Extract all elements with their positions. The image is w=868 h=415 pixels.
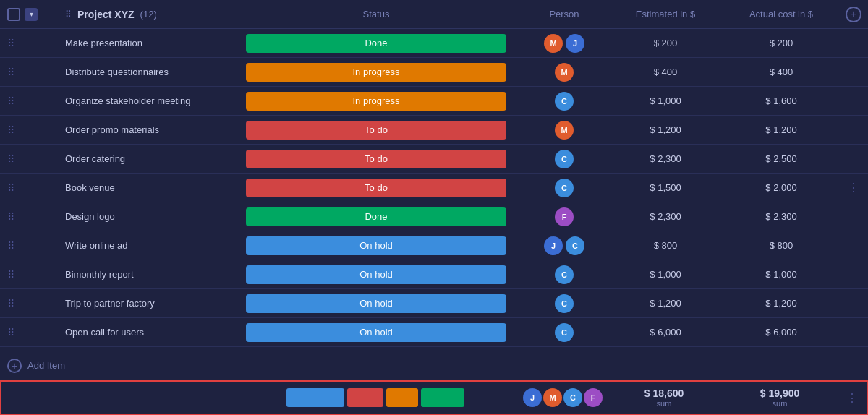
row-drag-icon[interactable]: ⠿ <box>7 95 14 107</box>
avatar[interactable]: M <box>544 34 563 53</box>
row-drag-icon[interactable]: ⠿ <box>7 298 14 309</box>
table-row: ⠿Write online adOn holdJC$ 800$ 800 <box>0 231 868 260</box>
summary-actions[interactable]: ⋮ <box>838 391 867 405</box>
table-row: ⠿Order promo materialsTo doM$ 1,200$ 1,2… <box>0 116 868 145</box>
summary-avatar: C <box>563 388 582 407</box>
collapse-button[interactable]: ▾ <box>25 8 38 21</box>
row-status: On hold <box>231 323 521 342</box>
table-row: ⠿Organize stakeholder meetingIn progress… <box>0 87 868 116</box>
row-status: In progress <box>231 92 521 111</box>
drag-icon: ⠿ <box>65 9 72 20</box>
avatar[interactable]: C <box>555 294 574 313</box>
status-badge[interactable]: On hold <box>246 265 506 284</box>
table-row: ⠿Distribute questionnairesIn progressM$ … <box>0 58 868 87</box>
row-status: On hold <box>231 294 521 313</box>
status-badge[interactable]: In progress <box>246 63 506 82</box>
status-badge[interactable]: Done <box>246 34 506 53</box>
row-three-dots-icon[interactable]: ⋮ <box>848 181 859 194</box>
row-drag-icon[interactable]: ⠿ <box>7 240 14 252</box>
row-drag-icon[interactable]: ⠿ <box>7 67 14 78</box>
row-drag-icon[interactable]: ⠿ <box>7 38 14 49</box>
summary-avatar: M <box>543 388 562 407</box>
row-status: To do <box>231 121 521 140</box>
row-estimated: $ 1,200 <box>608 298 723 309</box>
summary-three-dots-icon[interactable]: ⋮ <box>846 391 858 405</box>
row-status: Done <box>231 208 521 226</box>
avatar[interactable]: M <box>555 63 574 82</box>
row-estimated: $ 200 <box>608 38 723 48</box>
row-actual: $ 1,200 <box>723 124 839 135</box>
summary-estimated: $ 18,600 sum <box>606 388 722 408</box>
row-drag-icon[interactable]: ⠿ <box>7 269 14 281</box>
row-actual: $ 1,200 <box>723 298 839 309</box>
row-status: Done <box>231 34 521 53</box>
summary-row: JMCF $ 18,600 sum $ 19,900 sum ⋮ <box>0 380 868 415</box>
summary-persons: JMCF <box>519 388 606 407</box>
summary-avatar: J <box>523 388 542 407</box>
add-column-button[interactable]: + <box>846 7 861 22</box>
row-estimated: $ 1,000 <box>608 95 723 106</box>
status-badge[interactable]: In progress <box>246 92 506 111</box>
row-name: Organize stakeholder meeting <box>65 95 231 106</box>
project-title: Project XYZ <box>77 9 135 20</box>
avatar[interactable]: C <box>555 265 574 284</box>
header-status: Status <box>231 9 521 20</box>
row-estimated: $ 2,300 <box>608 153 723 164</box>
row-person: M <box>521 121 608 140</box>
row-status: On hold <box>231 236 521 255</box>
row-drag-area: ⠿ <box>0 95 65 107</box>
summary-bar <box>347 388 383 407</box>
row-drag-area: ⠿ <box>0 269 65 281</box>
status-badge[interactable]: To do <box>246 150 506 168</box>
row-drag-area: ⠿ <box>0 38 65 49</box>
summary-bar <box>286 388 344 407</box>
status-badge[interactable]: Done <box>246 208 506 226</box>
row-actions[interactable]: ⋮ <box>839 181 868 194</box>
header-add-column: + <box>839 7 868 22</box>
table-row: ⠿Trip to partner factoryOn holdC$ 1,200$… <box>0 289 868 318</box>
avatar[interactable]: C <box>555 323 574 342</box>
summary-bar <box>386 388 418 407</box>
row-drag-icon[interactable]: ⠿ <box>7 182 14 194</box>
summary-bar <box>421 388 464 407</box>
table-row: ⠿Open call for usersOn holdC$ 6,000$ 6,0… <box>0 318 868 347</box>
add-item-row[interactable]: + Add Item <box>0 351 868 380</box>
table-row: ⠿Make presentationDoneMJ$ 200$ 200 <box>0 29 868 58</box>
avatar[interactable]: C <box>555 150 574 168</box>
status-badge[interactable]: On hold <box>246 236 506 255</box>
avatar[interactable]: C <box>555 92 574 111</box>
summary-avatar: F <box>584 388 603 407</box>
summary-estimated-label: sum <box>606 399 722 408</box>
avatar[interactable]: M <box>555 121 574 140</box>
row-actual: $ 1,000 <box>723 269 839 280</box>
status-badge[interactable]: On hold <box>246 294 506 313</box>
status-badge[interactable]: To do <box>246 121 506 140</box>
row-actual: $ 2,300 <box>723 211 839 222</box>
avatar[interactable]: J <box>566 34 584 53</box>
row-actual: $ 2,000 <box>723 182 839 193</box>
data-rows-container: ⠿Make presentationDoneMJ$ 200$ 200⠿Distr… <box>0 29 868 351</box>
row-actual: $ 6,000 <box>723 327 839 338</box>
avatar[interactable]: F <box>555 208 574 226</box>
select-all-checkbox[interactable] <box>7 8 20 21</box>
status-badge[interactable]: To do <box>246 179 506 197</box>
header-row: ▾ ⠿ Project XYZ (12) Status Person Estim… <box>0 0 868 29</box>
row-drag-icon[interactable]: ⠿ <box>7 327 14 338</box>
avatar[interactable]: C <box>566 236 584 255</box>
row-name: Order promo materials <box>65 124 231 135</box>
row-drag-area: ⠿ <box>0 124 65 136</box>
header-estimated: Estimated in $ <box>608 9 723 20</box>
row-estimated: $ 400 <box>608 67 723 77</box>
row-drag-icon[interactable]: ⠿ <box>7 211 14 223</box>
header-title-area: ⠿ Project XYZ (12) <box>65 9 231 20</box>
header-actual: Actual cost in $ <box>723 9 839 20</box>
row-person: C <box>521 265 608 284</box>
row-drag-icon[interactable]: ⠿ <box>7 124 14 136</box>
row-drag-icon[interactable]: ⠿ <box>7 153 14 165</box>
status-badge[interactable]: On hold <box>246 323 506 342</box>
row-person: M <box>521 63 608 82</box>
avatar[interactable]: C <box>555 179 574 197</box>
row-drag-area: ⠿ <box>0 182 65 194</box>
avatar[interactable]: J <box>544 236 563 255</box>
row-actual: $ 400 <box>723 67 839 77</box>
